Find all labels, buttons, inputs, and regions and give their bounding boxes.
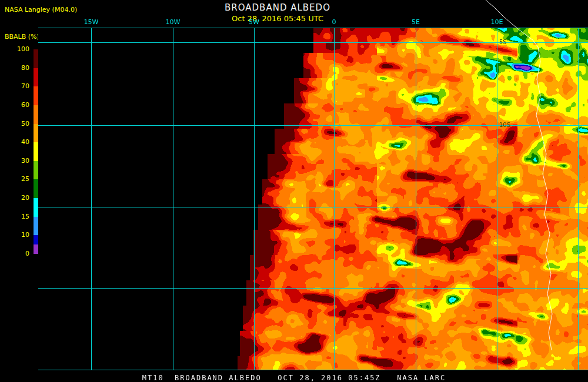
legend-tick: 10: [4, 232, 29, 239]
latitude-label: 5S: [499, 39, 507, 45]
albedo-map: [38, 28, 588, 370]
legend-tick: 25: [4, 176, 29, 183]
longitude-label: 10E: [484, 18, 510, 26]
legend-tick: 60: [4, 102, 29, 109]
legend-label: BBALB (%): [5, 33, 39, 41]
legend-tick: 50: [4, 120, 29, 128]
longitude-label: 10W: [160, 18, 186, 26]
legend-tick: 70: [4, 83, 29, 90]
footer-caption: MT10 BROADBAND ALBEDO OCT 28, 2016 05:45…: [0, 374, 588, 382]
page-title: BROADBAND ALBEDO: [0, 0, 555, 13]
legend-tick: 30: [4, 158, 29, 165]
legend-tick: 0: [4, 250, 29, 257]
longitude-label: 5E: [403, 18, 429, 26]
legend-tick: 80: [4, 65, 29, 72]
longitude-label: 0: [321, 18, 347, 26]
legend-tick: 15: [4, 213, 29, 220]
longitude-label: 5W: [241, 18, 267, 26]
longitude-label: 15W: [78, 18, 104, 26]
legend-tick: 100: [4, 46, 29, 53]
latitude-label: 10S: [499, 122, 510, 128]
legend-tick: 20: [4, 195, 29, 202]
app-screen: NASA Langley (M04.0) BROADBAND ALBEDO Oc…: [0, 0, 588, 382]
legend-tick: 40: [4, 139, 29, 146]
